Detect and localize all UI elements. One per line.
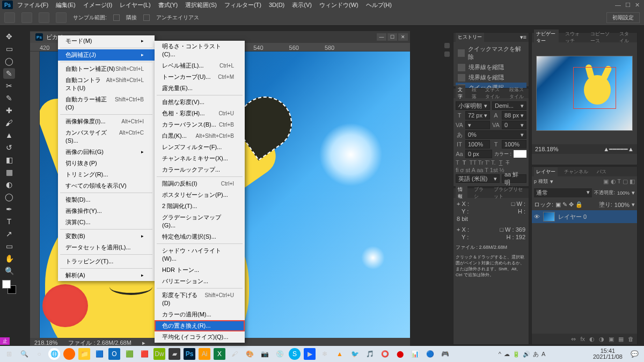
win-close-icon[interactable]: ✕ <box>635 2 640 9</box>
kerning-input[interactable]: ▾ <box>465 121 490 129</box>
menu-item[interactable]: すべての領域を表示(V) <box>58 180 155 191</box>
menu-item[interactable]: 特定色域の選択(S)... <box>155 231 245 242</box>
doc-min-icon[interactable]: — <box>377 33 386 41</box>
brush-size-icon[interactable] <box>21 12 32 23</box>
menu-file[interactable]: ファイル(F) <box>14 0 52 10</box>
notification-icon[interactable]: 💬 <box>629 348 641 360</box>
menu-item[interactable]: ポスタリゼーション(P)... <box>155 189 245 201</box>
fontstyle-select[interactable]: Demi...▾ <box>492 101 526 110</box>
photoshop-icon[interactable]: Ps <box>184 348 195 360</box>
menu-item[interactable]: 演算(C)... <box>58 217 155 228</box>
menu-window[interactable]: ウィンドウ(W) <box>316 0 362 10</box>
app-icon[interactable]: 🐦 <box>349 348 361 360</box>
menu-type[interactable]: 書式(Y) <box>155 0 181 10</box>
menu-item[interactable]: 階調の反転(I)Ctrl+I <box>155 178 245 189</box>
lasso-tool-icon[interactable]: ◯ <box>3 56 15 67</box>
menu-item[interactable]: 白黒(K)...Alt+Shift+Ctrl+B <box>155 130 245 142</box>
menu-item[interactable]: レンズフィルター(F)... <box>155 142 245 153</box>
menu-select[interactable]: 選択範囲(S) <box>182 0 220 10</box>
menu-item[interactable]: カラーバランス(B)...Ctrl+B <box>155 119 245 130</box>
menu-item[interactable]: カラールックアップ... <box>155 164 245 175</box>
app-icon[interactable]: 🎵 <box>364 348 376 360</box>
menu-item[interactable]: 画像の回転(G) <box>58 146 155 158</box>
type-tool-icon[interactable]: T <box>3 216 15 227</box>
menu-item[interactable]: モード(M) <box>58 35 155 47</box>
history-brush-icon[interactable]: ↺ <box>3 142 15 153</box>
vscale-input[interactable]: 100% <box>465 140 490 149</box>
skype-icon[interactable]: S <box>289 348 301 360</box>
menu-item[interactable]: 自然な彩度(V)... <box>155 97 245 108</box>
menu-item[interactable]: トリミング(R)... <box>58 169 155 180</box>
menu-item[interactable]: カラーの適用(M)... <box>155 309 245 320</box>
mask-icon[interactable]: ◐ <box>589 336 595 343</box>
cortana-icon[interactable]: ○ <box>33 348 45 360</box>
win-min-icon[interactable]: — <box>615 2 621 9</box>
opacity-input[interactable]: 100% <box>617 190 630 196</box>
aa-select[interactable]: aa 鮮明 <box>502 174 526 183</box>
menu-item[interactable]: レベル補正(L)...Ctrl+L <box>155 60 245 71</box>
tray-up-icon[interactable]: ^ <box>499 351 501 357</box>
menu-item[interactable]: トーンカーブ(U)...Ctrl+M <box>155 71 245 83</box>
textcolor-swatch[interactable] <box>514 150 526 158</box>
app-icon[interactable]: 📷 <box>259 348 270 360</box>
app-icon[interactable]: 📊 <box>409 348 421 360</box>
sublime-icon[interactable]: ▰ <box>169 348 180 360</box>
workspace-button[interactable]: 初期設定 <box>606 12 640 23</box>
heal-tool-icon[interactable]: ✚ <box>3 105 15 116</box>
brush-preset-icon[interactable] <box>56 12 67 23</box>
volume-icon[interactable]: 🔊 <box>523 351 530 358</box>
record-icon[interactable]: ⬤ <box>394 348 406 360</box>
zoom-value[interactable]: 218.18% <box>34 339 57 346</box>
app-icon[interactable]: ❄ <box>319 348 331 360</box>
layer-name[interactable]: レイヤー 0 <box>558 213 587 221</box>
onedrive-icon[interactable]: ☁ <box>504 351 510 358</box>
link-icon[interactable]: ⇔ <box>571 336 576 343</box>
win-max-icon[interactable]: ☐ <box>625 2 631 9</box>
app-icon[interactable]: 🎮 <box>439 348 451 360</box>
folder-icon[interactable]: ▣ <box>609 336 614 343</box>
menu-item[interactable]: 色調補正(J) <box>58 49 155 61</box>
menu-item[interactable]: HDR トーン... <box>155 264 245 276</box>
menu-item[interactable]: 色の置き換え(R)... <box>155 320 245 331</box>
menu-filter[interactable]: フィルター(T) <box>221 0 265 10</box>
menu-item[interactable]: 2 階調化(T)... <box>155 201 245 212</box>
menu-item[interactable]: 自動コントラスト(U)Alt+Shift+Ctrl+L <box>58 75 155 94</box>
menu-item[interactable]: 切り抜き(P) <box>58 158 155 169</box>
contiguous-check[interactable] <box>113 14 120 21</box>
start-icon[interactable]: ⊞ <box>3 348 15 360</box>
shape-tool-icon[interactable]: ▭ <box>3 241 15 252</box>
paths-tab[interactable]: パス <box>595 167 609 176</box>
quickselect-tool-icon[interactable]: ✎ <box>3 68 15 79</box>
explorer-icon[interactable]: 📁 <box>78 348 90 360</box>
menu-item[interactable]: チャンネルミキサー(X)... <box>155 153 245 164</box>
app-icon[interactable]: 🟩 <box>123 348 135 360</box>
menu-item[interactable]: 色相・彩度(H)...Ctrl+U <box>155 108 245 119</box>
vlc-icon[interactable]: ▲ <box>334 348 346 360</box>
ime-a-icon[interactable]: A <box>541 351 545 357</box>
menu-item[interactable]: 明るさ・コントラスト(C)... <box>155 41 245 60</box>
menu-item[interactable]: 画像解像度(I)...Alt+Ctrl+I <box>58 116 155 127</box>
stamp-tool-icon[interactable]: ▲ <box>3 130 15 141</box>
move-tool-icon[interactable]: ✥ <box>3 31 15 42</box>
font-select[interactable]: 小塚明朝▾ <box>456 101 490 110</box>
doc-close-icon[interactable]: ✕ <box>398 33 408 41</box>
antialias-check[interactable] <box>143 14 150 21</box>
menu-item[interactable]: 露光量(E)... <box>155 83 245 94</box>
layer-item[interactable]: 👁 レイヤー 0 <box>532 210 637 223</box>
outlook-icon[interactable]: O <box>108 348 120 360</box>
layers-tab[interactable]: レイヤー <box>534 167 558 176</box>
brush-preset-icon[interactable] <box>39 12 49 23</box>
excel-icon[interactable]: X <box>214 348 225 360</box>
hand-tool-icon[interactable]: ✋ <box>3 253 15 264</box>
tool-preset-icon[interactable] <box>4 12 15 23</box>
history-item[interactable]: クイックマスクを解除 <box>456 44 526 62</box>
dodge-tool-icon[interactable]: ◯ <box>3 191 15 202</box>
brush-tool-icon[interactable]: 🖌 <box>3 117 15 128</box>
firefox-icon[interactable] <box>63 348 75 360</box>
history-item[interactable]: 境界線を縮隠 <box>456 62 526 72</box>
fontsize-input[interactable]: 72 px▾ <box>465 111 490 120</box>
baseline-input[interactable]: 0 px <box>465 150 492 158</box>
illustrator-icon[interactable]: Ai <box>199 348 210 360</box>
pen-tool-icon[interactable]: ✒ <box>3 204 15 215</box>
app-icon[interactable]: ⭕ <box>379 348 391 360</box>
